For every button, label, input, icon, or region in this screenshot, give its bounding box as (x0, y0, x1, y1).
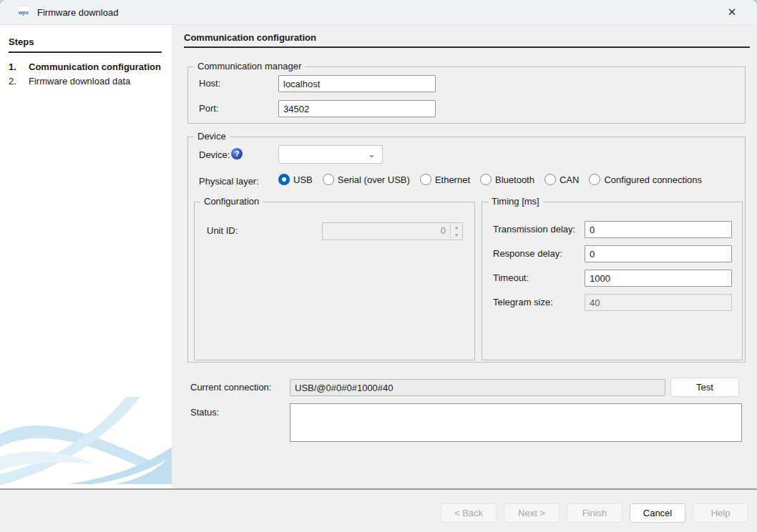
radio-icon (544, 174, 556, 185)
cancel-button[interactable]: Cancel (630, 503, 685, 523)
radio-ethernet[interactable]: Ethernet (420, 174, 470, 185)
radio-icon (323, 174, 334, 185)
unit-id-label: Unit ID: (207, 225, 238, 236)
step-item-communication-configuration: 1. Communication configuration (9, 61, 166, 74)
help-icon[interactable]: ? (231, 148, 243, 159)
step-number: 2. (9, 75, 29, 88)
close-icon[interactable]: ✕ (716, 0, 748, 24)
wizard-button-bar: < Back Next > Finish Cancel Help (0, 488, 757, 532)
device-dropdown[interactable]: ⌄ (278, 145, 383, 164)
response-delay-label: Response delay: (493, 248, 562, 259)
finish-button[interactable]: Finish (567, 503, 622, 523)
step-label: Communication configuration (29, 61, 161, 74)
radio-label: Ethernet (435, 174, 470, 185)
timing-group: Timing [ms] Transmission delay: Response… (482, 202, 743, 360)
test-button[interactable]: Test (670, 378, 739, 397)
radio-label: USB (293, 174, 313, 185)
radio-label: Serial (over USB) (338, 174, 410, 185)
step-item-firmware-download-data: 2. Firmware download data (9, 75, 166, 88)
timeout-label: Timeout: (493, 272, 529, 283)
host-label: Host: (199, 78, 220, 89)
telegram-size-input (585, 294, 732, 311)
radio-icon (480, 174, 492, 185)
status-textarea[interactable] (290, 403, 742, 442)
steps-heading: Steps (9, 36, 162, 53)
configuration-group: Configuration Unit ID: 0 ▲ ▼ (194, 202, 475, 360)
status-label: Status: (190, 407, 219, 418)
group-legend: Communication manager (194, 61, 305, 72)
physical-layer-label: Physical layer: (199, 176, 259, 187)
group-legend: Device (194, 131, 230, 142)
radio-label: Configured connections (604, 174, 702, 185)
next-button[interactable]: Next > (504, 503, 560, 523)
radio-configured-connections[interactable]: Configured connections (589, 174, 702, 185)
host-input[interactable] (278, 75, 436, 92)
decorative-swoosh-graphic (0, 397, 172, 488)
transmission-delay-input[interactable] (585, 221, 732, 238)
radio-usb[interactable]: USB (278, 174, 313, 185)
current-connection-value (290, 379, 665, 396)
step-number: 1. (9, 61, 29, 74)
firmware-download-dialog: wps Firmware download ✕ Steps 1. Communi… (0, 0, 757, 532)
port-input[interactable] (278, 100, 436, 117)
radio-bluetooth[interactable]: Bluetooth (480, 174, 534, 185)
unit-id-value: 0 (323, 223, 450, 240)
telegram-size-label: Telegram size: (493, 297, 553, 307)
radio-selected-icon (278, 174, 290, 185)
chevron-down-icon: ⌄ (368, 151, 376, 158)
page-title: Communication configuration (184, 32, 750, 48)
window-title: Firmware download (37, 7, 118, 18)
group-legend: Timing [ms] (488, 196, 543, 207)
steps-list: 1. Communication configuration 2. Firmwa… (9, 61, 166, 90)
main-panel: Communication configuration Communicatio… (172, 25, 757, 488)
device-label: Device: (199, 149, 230, 160)
back-button[interactable]: < Back (441, 503, 497, 523)
unit-id-stepper: 0 ▲ ▼ (322, 222, 463, 240)
timeout-input[interactable] (585, 270, 732, 287)
spin-up-icon[interactable]: ▲ (451, 223, 462, 232)
steps-sidebar: Steps 1. Communication configuration 2. … (0, 25, 172, 488)
device-group: Device Device: ? ⌄ Physical layer: USB S… (187, 137, 746, 363)
title-bar: wps Firmware download ✕ (0, 0, 757, 25)
radio-icon (420, 174, 431, 185)
current-connection-label: Current connection: (190, 382, 271, 393)
radio-serial-over-usb[interactable]: Serial (over USB) (323, 174, 410, 185)
radio-label: Bluetooth (495, 174, 534, 185)
radio-can[interactable]: CAN (544, 174, 579, 185)
physical-layer-options: USB Serial (over USB) Ethernet Bluetooth… (278, 174, 702, 185)
port-label: Port: (199, 103, 218, 114)
spin-down-icon[interactable]: ▼ (451, 232, 462, 240)
communication-manager-group: Communication manager Host: Port: (187, 66, 746, 124)
help-button[interactable]: Help (693, 503, 748, 523)
radio-icon (589, 174, 600, 185)
radio-label: CAN (560, 174, 579, 185)
step-label: Firmware download data (29, 75, 130, 88)
group-legend: Configuration (200, 196, 263, 207)
spin-buttons: ▲ ▼ (450, 223, 462, 240)
response-delay-input[interactable] (585, 245, 732, 262)
app-logo-icon: wps (17, 6, 30, 19)
transmission-delay-label: Transmission delay: (493, 224, 575, 235)
